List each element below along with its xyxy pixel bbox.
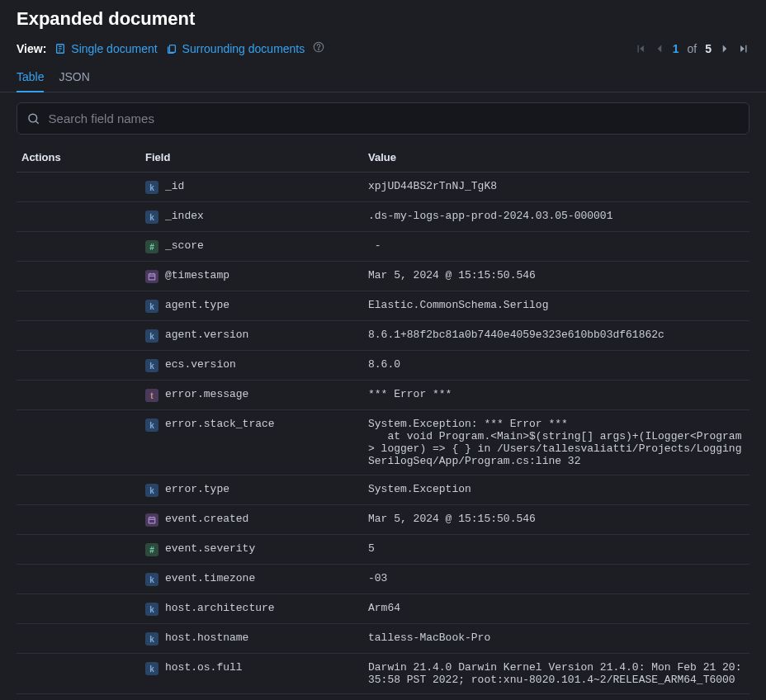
first-page-button[interactable] [635, 43, 646, 54]
field-value: Elastic.CommonSchema.Serilog [363, 291, 749, 321]
tabs: Table JSON [0, 64, 766, 92]
field-name: error.type [165, 483, 229, 495]
svg-rect-4 [169, 45, 175, 52]
field-value: Mar 5, 2024 @ 15:15:50.546 [363, 505, 749, 535]
field-name: event.created [165, 513, 248, 525]
field-name: agent.version [165, 329, 248, 341]
tab-table[interactable]: Table [17, 64, 44, 92]
pager-of: of [688, 42, 697, 55]
field-value: *** Error *** [363, 381, 749, 410]
actions-cell [17, 594, 140, 624]
keyword-field-icon: k [145, 210, 158, 224]
actions-cell [17, 654, 140, 694]
keyword-field-icon: k [145, 662, 158, 675]
field-value: talless-MacBook-Pro [363, 624, 749, 654]
field-value: 5 [363, 535, 749, 565]
number-field-icon: # [145, 240, 158, 253]
actions-cell [17, 232, 140, 262]
field-value: 8.6.1+88f2bc81a0b7440e4059e323e610bb03df… [363, 321, 749, 351]
column-field: Field [140, 144, 363, 173]
field-value: - [363, 232, 749, 262]
single-document-link[interactable]: Single document [54, 42, 157, 55]
date-field-icon [145, 270, 158, 283]
table-row: kerror.stack_traceSystem.Exception: *** … [17, 410, 749, 475]
keyword-field-icon: k [145, 329, 158, 343]
table-row: kagent.version8.6.1+88f2bc81a0b7440e4059… [17, 321, 749, 351]
table-row: khost.architectureArm64 [17, 594, 749, 624]
actions-cell [17, 565, 140, 594]
field-name: agent.type [165, 299, 229, 311]
field-value: .ds-my-logs-app-prod-2024.03.05-000001 [363, 202, 749, 232]
field-value: System.Exception [363, 475, 749, 505]
svg-rect-9 [149, 274, 155, 280]
table-row: terror.message*** Error *** [17, 381, 749, 410]
field-name: error.stack_trace [165, 418, 275, 430]
text-field-icon: t [145, 389, 158, 402]
search-icon [27, 112, 40, 125]
table-row: kecs.version8.6.0 [17, 351, 749, 381]
table-row: k_index.ds-my-logs-app-prod-2024.03.05-0… [17, 202, 749, 232]
field-name: host.architecture [165, 602, 275, 614]
actions-cell [17, 475, 140, 505]
single-document-label: Single document [71, 42, 157, 55]
field-name: error.message [165, 388, 248, 400]
field-name: _index [165, 210, 204, 222]
table-row: khost.os.fullDarwin 21.4.0 Darwin Kernel… [17, 654, 749, 694]
actions-cell [17, 624, 140, 654]
svg-line-8 [36, 121, 39, 123]
field-name: event.timezone [165, 572, 255, 584]
table-row: kerror.typeSystem.Exception [17, 475, 749, 505]
actions-cell [17, 505, 140, 535]
actions-cell [17, 535, 140, 565]
keyword-field-icon: k [145, 484, 158, 497]
document-icon [54, 43, 66, 54]
number-field-icon: # [145, 543, 158, 556]
prev-page-button[interactable] [655, 44, 664, 54]
field-name: @timestamp [165, 269, 229, 281]
table-row: khost.hostnametalless-MacBook-Pro [17, 624, 749, 654]
field-value: System.Exception: *** Error *** at void … [363, 410, 749, 475]
search-input[interactable] [49, 111, 739, 125]
keyword-field-icon: k [145, 603, 158, 616]
field-name: ecs.version [165, 358, 236, 371]
table-row: event.createdMar 5, 2024 @ 15:15:50.546 [17, 505, 749, 535]
total-pages: 5 [705, 42, 712, 55]
actions-cell [17, 291, 140, 321]
table-row: kevent.timezone-03 [17, 565, 749, 594]
view-selector: View: Single document Surrounding docume… [17, 41, 324, 55]
fields-table: Actions Field Value k_idxpjUD44BS2rTnNJ_… [17, 144, 749, 694]
keyword-field-icon: k [145, 632, 158, 646]
actions-cell [17, 351, 140, 381]
svg-point-7 [29, 114, 37, 122]
keyword-field-icon: k [145, 359, 158, 372]
actions-cell [17, 202, 140, 232]
field-value: Darwin 21.4.0 Darwin Kernel Version 21.4… [363, 654, 749, 694]
actions-cell [17, 173, 140, 202]
documents-icon [166, 43, 177, 54]
tab-json[interactable]: JSON [59, 64, 89, 92]
actions-cell [17, 262, 140, 291]
keyword-field-icon: k [145, 573, 158, 586]
current-page: 1 [673, 42, 679, 55]
field-value: -03 [363, 565, 749, 594]
svg-rect-13 [149, 518, 155, 523]
field-value: Mar 5, 2024 @ 15:15:50.546 [363, 262, 749, 291]
page-title: Expanded document [17, 8, 749, 30]
field-value: xpjUD44BS2rTnNJ_TgK8 [363, 173, 749, 202]
last-page-button[interactable] [738, 43, 749, 54]
next-page-button[interactable] [720, 44, 730, 54]
help-icon[interactable] [313, 41, 324, 55]
column-actions: Actions [17, 144, 140, 173]
field-name: _score [165, 239, 204, 252]
svg-point-6 [319, 50, 319, 50]
view-label: View: [17, 42, 46, 55]
pager: 1 of 5 [635, 42, 749, 55]
table-row: @timestampMar 5, 2024 @ 15:15:50.546 [17, 262, 749, 291]
table-row: k_idxpjUD44BS2rTnNJ_TgK8 [17, 173, 749, 202]
keyword-field-icon: k [145, 300, 158, 313]
surrounding-documents-link[interactable]: Surrounding documents [166, 42, 305, 55]
actions-cell [17, 410, 140, 475]
field-name: host.hostname [165, 631, 248, 644]
field-value: Arm64 [363, 594, 749, 624]
search-field[interactable] [17, 102, 749, 135]
